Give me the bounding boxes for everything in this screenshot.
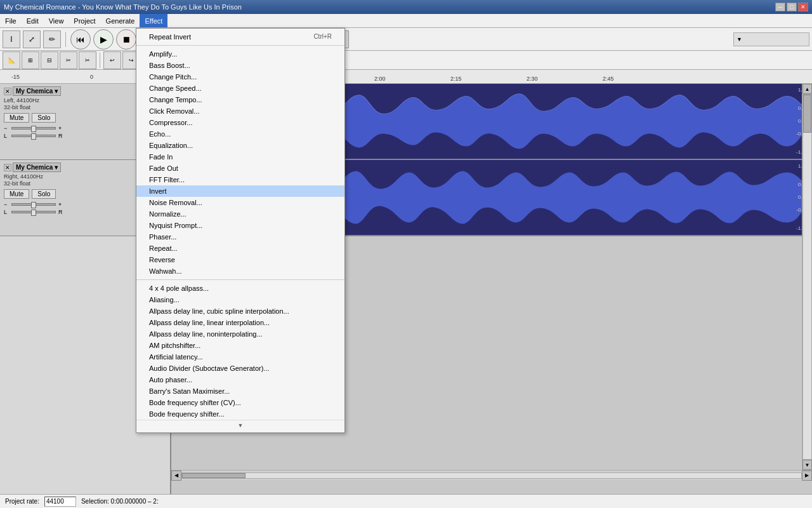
menu-item-click-removal[interactable]: Click Removal...: [136, 105, 344, 117]
zoom-sel-button[interactable]: 📐: [3, 51, 20, 69]
menu-edit[interactable]: Edit: [22, 14, 44, 27]
menu-item-barrys-satan[interactable]: Barry's Satan Maximiser...: [136, 385, 344, 397]
menubar: File Edit View Project Generate Effect: [0, 14, 812, 28]
menu-item-compressor[interactable]: Compressor...: [136, 117, 344, 128]
draw-tool-button[interactable]: ✏: [43, 30, 61, 48]
menu-item-wahwah[interactable]: Wahwah...: [136, 265, 344, 277]
scroll-right-button[interactable]: ▶: [802, 471, 812, 481]
hscrollbar: ◀ ▶: [171, 470, 812, 480]
menu-item-echo[interactable]: Echo...: [136, 128, 344, 140]
track2-pan-thumb: [31, 210, 36, 216]
effect-menu: Repeat Invert Ctrl+R Amplify... Bass Boo…: [136, 28, 345, 433]
scroll-down-button[interactable]: ▼: [802, 460, 812, 470]
toolbar-sep1: [65, 32, 66, 47]
vscrollbar: ▲ ▼: [802, 84, 812, 470]
selection-info: Selection: 0:00.000000 – 2:: [81, 498, 159, 505]
minimize-button[interactable]: ─: [775, 3, 785, 11]
ruler-mark-0: 0: [90, 74, 93, 80]
menu-item-allpass-noninterp[interactable]: Allpass delay line, noninterpolating...: [136, 328, 344, 340]
track2-pan-slider[interactable]: [11, 211, 56, 213]
track2-volume-slider[interactable]: [11, 203, 56, 206]
statusbar: Project rate: Selection: 0:00.000000 – 2…: [0, 494, 812, 508]
timeline-mark-200: 2:00: [374, 76, 386, 82]
maximize-button[interactable]: □: [787, 3, 797, 11]
menu-item-repeat[interactable]: Repeat...: [136, 243, 344, 254]
menu-project[interactable]: Project: [69, 14, 100, 27]
menu-item-reverse[interactable]: Reverse: [136, 254, 344, 265]
menu-item-aliasing[interactable]: Aliasing...: [136, 294, 344, 305]
menu-item-fade-in[interactable]: Fade In: [136, 151, 344, 163]
timeline-mark-245: 2:45: [603, 76, 614, 82]
effect-menu-sep1: [136, 45, 344, 46]
fit-project-button[interactable]: ⊞: [22, 51, 39, 69]
menu-item-invert[interactable]: Invert: [136, 185, 344, 197]
envelope-tool-button[interactable]: ⤢: [23, 30, 41, 48]
track1-name-dropdown[interactable]: My Chemica ▾: [13, 86, 61, 96]
ruler-mark-neg15: -15: [11, 74, 20, 80]
menu-item-change-tempo[interactable]: Change Tempo...: [136, 94, 344, 105]
menu-item-fft-filter[interactable]: FFT Filter...: [136, 174, 344, 185]
window-title: My Chemical Romance - You Know What They…: [4, 3, 242, 11]
scroll-up-button[interactable]: ▲: [802, 84, 812, 94]
effect-menu-sep2: [136, 279, 344, 280]
menu-item-amplify[interactable]: Amplify...: [136, 48, 344, 60]
skip-start-button[interactable]: ⏮: [70, 29, 91, 50]
scroll-left-button[interactable]: ◀: [171, 471, 181, 481]
track2-mute-button[interactable]: Mute: [4, 189, 29, 199]
menu-scroll-down[interactable]: ▼: [136, 420, 344, 430]
vscroll-track[interactable]: [802, 94, 812, 460]
menu-view[interactable]: View: [44, 14, 69, 27]
menu-item-nyquist-prompt[interactable]: Nyquist Prompt...: [136, 220, 344, 231]
timeline-mark-215: 2:15: [450, 76, 462, 82]
menu-file[interactable]: File: [0, 14, 22, 27]
trim-button[interactable]: ✂: [60, 51, 77, 69]
device-selector[interactable]: ▼: [733, 32, 809, 46]
menu-item-artificial-latency[interactable]: Artificial latency...: [136, 351, 344, 363]
menu-item-allpass-linear[interactable]: Allpass delay line, linear interpolation…: [136, 317, 344, 328]
scroll-thumb[interactable]: [182, 473, 246, 478]
menu-item-4x4-allpass[interactable]: 4 x 4 pole allpass...: [136, 283, 344, 294]
menu-item-audio-divider[interactable]: Audio Divider (Suboctave Generator)...: [136, 363, 344, 374]
project-rate-input[interactable]: [44, 497, 76, 507]
track1-volume-slider[interactable]: [11, 127, 56, 130]
menu-item-bass-boost[interactable]: Bass Boost...: [136, 60, 344, 71]
toolbar-secondary: 📐 ⊞ ⊟ ✂ ✂ ↩ ↪ 🔍 🔍 ⊙ ⤢: [0, 51, 812, 70]
menu-item-change-speed[interactable]: Change Speed...: [136, 83, 344, 94]
menu-item-phaser[interactable]: Phaser...: [136, 231, 344, 243]
menu-item-bode-cv[interactable]: Bode frequency shifter (CV)...: [136, 397, 344, 408]
timeline-mark-230: 2:30: [527, 76, 538, 82]
menu-item-noise-removal[interactable]: Noise Removal...: [136, 197, 344, 208]
titlebar: My Chemical Romance - You Know What They…: [0, 0, 812, 14]
undo-button[interactable]: ↩: [103, 51, 121, 69]
scroll-track[interactable]: [181, 472, 802, 479]
menu-effect[interactable]: Effect: [140, 14, 167, 27]
menu-item-repeat-invert[interactable]: Repeat Invert Ctrl+R: [136, 31, 344, 43]
track1-mute-button[interactable]: Mute: [4, 113, 29, 123]
main-content: -15 0 15 ✕ My Chemica ▾ Left, 44100Hz 32…: [0, 70, 812, 494]
vscroll-thumb[interactable]: [803, 95, 811, 133]
menu-item-fade-out[interactable]: Fade Out: [136, 163, 344, 174]
menu-item-change-pitch[interactable]: Change Pitch...: [136, 71, 344, 83]
track2-name-dropdown[interactable]: My Chemica ▾: [13, 163, 61, 172]
play-button[interactable]: ▶: [93, 29, 114, 50]
close-button[interactable]: ✕: [798, 3, 808, 11]
track1-solo-button[interactable]: Solo: [32, 113, 56, 123]
stop-button[interactable]: ⏹: [116, 29, 136, 50]
silence-button[interactable]: ✂: [79, 51, 96, 69]
menu-item-auto-phaser[interactable]: Auto phaser...: [136, 374, 344, 385]
menu-item-equalization[interactable]: Equalization...: [136, 140, 344, 151]
menu-item-allpass-cubic[interactable]: Allpass delay line, cubic spline interpo…: [136, 305, 344, 317]
select-tool-button[interactable]: I: [3, 30, 20, 48]
fit-v-button[interactable]: ⊟: [41, 51, 58, 69]
project-rate-label: Project rate:: [5, 498, 39, 505]
menu-item-normalize[interactable]: Normalize...: [136, 208, 344, 220]
track1-pan-slider[interactable]: [11, 135, 56, 137]
track1-close[interactable]: ✕: [4, 88, 11, 95]
menu-generate[interactable]: Generate: [101, 14, 140, 27]
track2-volume-thumb: [31, 202, 36, 208]
menu-item-bode-shifter[interactable]: Bode frequency shifter...: [136, 408, 344, 420]
track2-close[interactable]: ✕: [4, 164, 11, 171]
track2-solo-button[interactable]: Solo: [32, 189, 56, 199]
menu-item-am-pitchshifter[interactable]: AM pitchshifter...: [136, 340, 344, 351]
track1-pan-thumb: [31, 133, 36, 140]
